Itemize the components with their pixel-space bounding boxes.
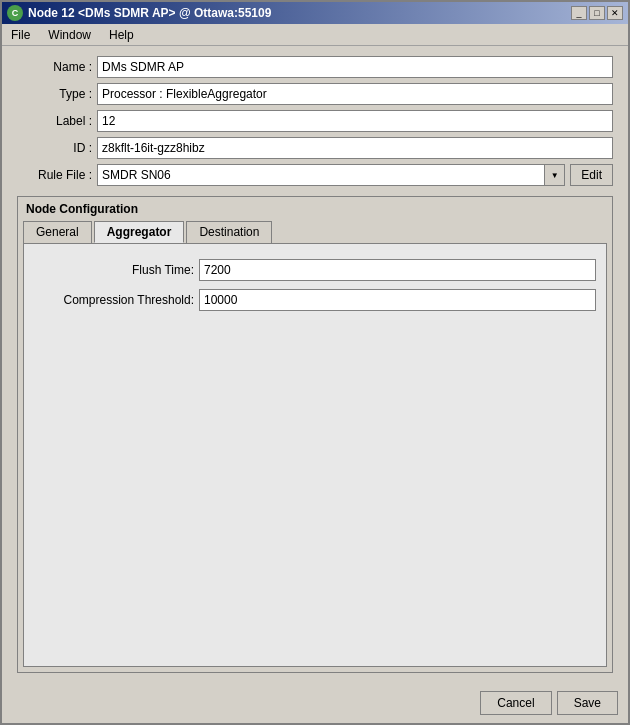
rulefile-select-wrap[interactable]: SMDR SN06 ▼: [97, 164, 565, 186]
flush-time-input[interactable]: [199, 259, 596, 281]
rulefile-row: Rule File : SMDR SN06 ▼ Edit: [17, 164, 613, 186]
menu-bar: File Window Help: [2, 24, 628, 46]
flush-time-label: Flush Time:: [34, 263, 194, 277]
main-window: C Node 12 <DMs SDMR AP> @ Ottawa:55109 _…: [0, 0, 630, 725]
id-label: ID :: [17, 141, 92, 155]
name-input[interactable]: [97, 56, 613, 78]
minimize-button[interactable]: _: [571, 6, 587, 20]
menu-file[interactable]: File: [7, 26, 34, 44]
tab-aggregator[interactable]: Aggregator: [94, 221, 185, 243]
label-label: Label :: [17, 114, 92, 128]
bottom-bar: Cancel Save: [2, 683, 628, 723]
flush-time-row: Flush Time:: [34, 259, 596, 281]
close-button[interactable]: ✕: [607, 6, 623, 20]
maximize-button[interactable]: □: [589, 6, 605, 20]
window-title: Node 12 <DMs SDMR AP> @ Ottawa:55109: [28, 6, 271, 20]
content-area: Name : Type : Label : ID : Rule File : S…: [2, 46, 628, 683]
label-row: Label :: [17, 110, 613, 132]
type-input[interactable]: [97, 83, 613, 105]
menu-window[interactable]: Window: [44, 26, 95, 44]
edit-button[interactable]: Edit: [570, 164, 613, 186]
section-title: Node Configuration: [18, 197, 612, 221]
title-bar-left: C Node 12 <DMs SDMR AP> @ Ottawa:55109: [7, 5, 271, 21]
type-label: Type :: [17, 87, 92, 101]
name-row: Name :: [17, 56, 613, 78]
type-row: Type :: [17, 83, 613, 105]
name-label: Name :: [17, 60, 92, 74]
id-row: ID :: [17, 137, 613, 159]
tab-general[interactable]: General: [23, 221, 92, 243]
tabs-bar: General Aggregator Destination: [18, 221, 612, 243]
tab-content-aggregator: Flush Time: Compression Threshold:: [23, 243, 607, 667]
label-input[interactable]: [97, 110, 613, 132]
app-icon: C: [7, 5, 23, 21]
node-config-section: Node Configuration General Aggregator De…: [17, 196, 613, 673]
compression-threshold-label: Compression Threshold:: [34, 293, 194, 307]
tab-destination[interactable]: Destination: [186, 221, 272, 243]
rulefile-dropdown-icon[interactable]: ▼: [544, 165, 564, 185]
title-buttons: _ □ ✕: [571, 6, 623, 20]
title-bar: C Node 12 <DMs SDMR AP> @ Ottawa:55109 _…: [2, 2, 628, 24]
id-input[interactable]: [97, 137, 613, 159]
compression-threshold-input[interactable]: [199, 289, 596, 311]
compression-threshold-row: Compression Threshold:: [34, 289, 596, 311]
cancel-button[interactable]: Cancel: [480, 691, 551, 715]
rulefile-label: Rule File :: [17, 168, 92, 182]
save-button[interactable]: Save: [557, 691, 618, 715]
menu-help[interactable]: Help: [105, 26, 138, 44]
rulefile-value: SMDR SN06: [98, 166, 544, 184]
